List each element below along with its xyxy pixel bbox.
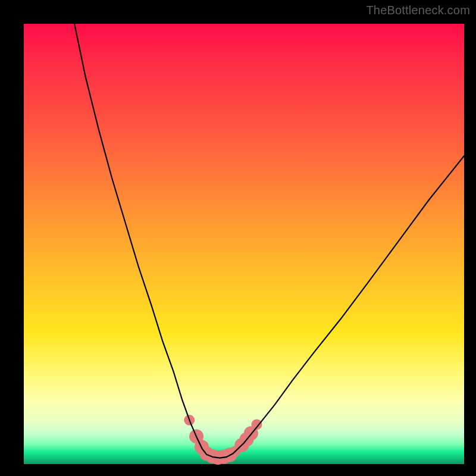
chart-frame: TheBottleneck.com [0,0,476,476]
plot-area [24,24,464,464]
bottleneck-curve [74,24,464,458]
chart-svg [24,24,464,464]
watermark-text: TheBottleneck.com [366,4,470,17]
